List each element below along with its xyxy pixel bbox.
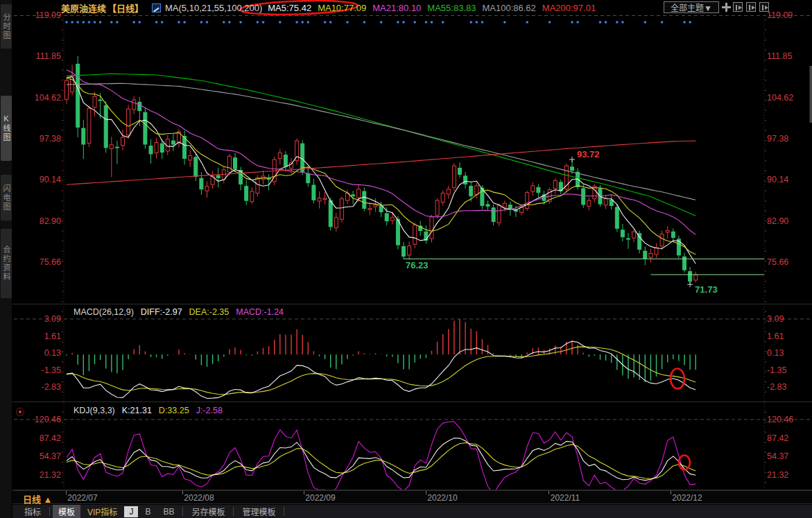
- y-axis-label: 1.61: [767, 331, 784, 341]
- indicator-settings-icon[interactable]: [16, 408, 24, 416]
- y-axis-label: 82.90: [767, 216, 788, 226]
- x-axis-tick: [304, 491, 304, 494]
- x-axis-month-label: 2022/12: [672, 493, 702, 503]
- x-axis-month-label: 2022/10: [427, 493, 457, 503]
- toolbar-item[interactable]: VIP指标: [82, 505, 123, 518]
- toolbar-item[interactable]: J: [124, 506, 138, 517]
- y-axis-label: 104.62: [35, 93, 61, 103]
- x-axis-row: 日线 ▲ 2022/072022/082022/092022/102022/11…: [12, 490, 812, 504]
- x-axis-month-label: 2022/09: [305, 493, 335, 503]
- sidebar-tab-1[interactable]: 分时图: [1, 4, 12, 49]
- x-axis-tick: [66, 491, 67, 494]
- y-axis-label: 120.46: [35, 415, 61, 424]
- toolbar-item[interactable]: B: [139, 506, 156, 517]
- ma-formula-label: MA(5,10,21,55,100,200): [165, 3, 262, 13]
- crosshair-icon[interactable]: [721, 2, 731, 12]
- x-axis-tick: [671, 491, 671, 494]
- sidebar-tab-4[interactable]: 合约资料: [1, 229, 12, 298]
- toolbar-separator: [49, 507, 50, 516]
- y-axis-label: 90.14: [40, 175, 61, 184]
- toolbar-item[interactable]: 指标: [19, 505, 46, 518]
- x-axis-month-label: 2022/08: [184, 493, 214, 503]
- toolbar-item[interactable]: 管理模板: [236, 505, 281, 518]
- indicator-value: MA55:83.83: [427, 3, 476, 13]
- y-axis-label: 1.61: [44, 331, 61, 341]
- x-axis-tick: [548, 491, 549, 494]
- indicator-value: MA5:75.42: [268, 3, 311, 13]
- y-axis-label: 111.85: [36, 51, 61, 61]
- y-axis-label: 82.90: [40, 216, 61, 226]
- symbol-name: 美原油连续: [61, 1, 106, 15]
- x-axis-tick: [426, 491, 426, 494]
- x-axis-tick: [182, 491, 183, 494]
- x-axis-month-label: 2022/07: [67, 493, 97, 503]
- chart-plot-area[interactable]: [64, 15, 764, 490]
- chart-header: 美原油连续 【日线】 MA(5,10,21,55,100,200) MA5:75…: [61, 0, 602, 15]
- y-axis-label: 3.09: [44, 314, 61, 324]
- y-axis-label: 3.09: [767, 314, 784, 324]
- toolbar-separator: [233, 507, 234, 516]
- toolbar-item[interactable]: 另存模板: [186, 505, 230, 518]
- y-axis-label: -1.35: [42, 365, 62, 375]
- export-icon[interactable]: [759, 2, 769, 12]
- toolbar-separator: [284, 507, 284, 516]
- y-axis-label: -2.83: [42, 382, 62, 392]
- y-axis-label: 21.32: [40, 470, 61, 480]
- y-axis-label: 21.32: [767, 470, 788, 480]
- ma-values: MA5:75.42MA10:77.09MA21:80.10MA55:83.83M…: [268, 3, 602, 13]
- x-axis-month-label: 2022/11: [551, 493, 580, 503]
- y-axis-label: 120.46: [767, 415, 793, 424]
- toolbar-item[interactable]: BB: [157, 506, 180, 517]
- y-axis-label: 104.62: [767, 93, 793, 103]
- y-axis-label: 90.14: [767, 175, 788, 184]
- kline-chart-icon: [152, 3, 161, 12]
- y-axis-label: 0.13: [44, 348, 61, 358]
- theme-selector-button[interactable]: 全部主题▼: [664, 1, 719, 13]
- play-forward-icon[interactable]: [746, 2, 756, 12]
- symbol-period: 【日线】: [107, 1, 144, 15]
- y-axis-label: 75.66: [767, 257, 788, 267]
- toolbar-separator: [182, 507, 183, 516]
- y-axis-label: 87.42: [40, 433, 61, 443]
- y-axis-label: -2.83: [767, 382, 787, 392]
- toolbar-item[interactable]: 模板: [53, 505, 80, 518]
- sidebar-tab-2[interactable]: K线图: [1, 96, 12, 161]
- left-tab-strip: 分时图K线图闪电图合约资料: [0, 0, 12, 518]
- y-axis-label: 97.38: [767, 134, 788, 144]
- indicator-value: MA10:77.09: [318, 3, 366, 13]
- bottom-toolbar: 指标模板VIP指标JBBB另存模板管理模板: [12, 505, 812, 518]
- sidebar-tab-3[interactable]: 闪电图: [1, 175, 12, 221]
- y-axis-label: 97.38: [40, 134, 61, 144]
- indicator-value: MA21:80.10: [372, 3, 421, 13]
- y-axis-label: 54.37: [767, 451, 788, 461]
- y-axis-label: 87.42: [767, 433, 788, 443]
- y-axis-label: 119.09: [35, 10, 61, 20]
- indicator-value: MA100:86.62: [482, 3, 535, 13]
- y-axis-label: 75.66: [40, 257, 61, 267]
- app-window: 93.7276.2371.73119.09119.09111.85111.851…: [0, 0, 812, 518]
- y-axis-label: 0.13: [767, 348, 784, 358]
- period-switcher[interactable]: 日线 ▲: [23, 492, 52, 506]
- indicator-value: MA200:97.01: [542, 3, 596, 13]
- y-axis-label: 111.85: [767, 51, 792, 61]
- scrollbar-thumb[interactable]: [810, 66, 812, 123]
- y-axis-label: -1.35: [767, 365, 787, 375]
- fit-width-icon[interactable]: [733, 2, 743, 12]
- y-axis-label: 54.37: [40, 451, 61, 461]
- y-axis-label: 119.09: [767, 10, 793, 20]
